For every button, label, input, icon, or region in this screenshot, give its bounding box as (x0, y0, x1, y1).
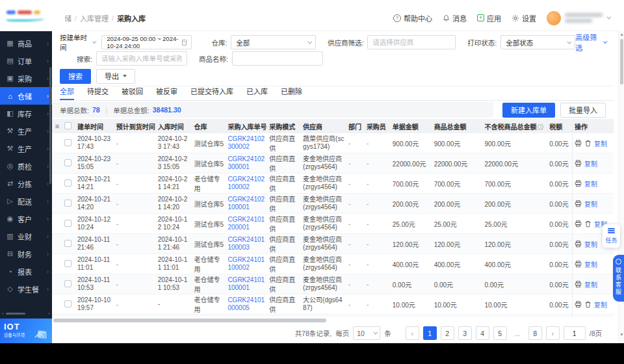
row-checkbox[interactable] (64, 280, 72, 287)
print-icon[interactable] (575, 240, 582, 248)
sidebar-item[interactable]: ⇄ 分拣 › (0, 175, 52, 192)
time-type-select[interactable]: 按建单时间 (60, 32, 95, 52)
sidebar-item[interactable]: ▦ 商品 › (0, 34, 52, 52)
order-no-link[interactable]: CGRK24101100001 (226, 276, 267, 292)
sidebar-hscroll[interactable]: ‹› (0, 310, 52, 317)
next-page-button[interactable]: › (546, 326, 560, 340)
supplier-filter-input[interactable] (367, 35, 456, 49)
print-icon[interactable] (575, 261, 582, 268)
copy-link[interactable]: 复制 (584, 179, 597, 188)
breadcrumb-inbound-mgmt[interactable]: 入库管理 (80, 13, 109, 23)
order-no-link[interactable]: CGRK24101200001 (226, 216, 267, 232)
product-name-input[interactable] (232, 51, 323, 66)
status-tab[interactable]: 待提交 (87, 86, 109, 100)
export-button[interactable]: 导出 (96, 69, 135, 84)
scroll-down-icon[interactable]: ▼ (619, 332, 624, 337)
row-checkbox[interactable] (64, 220, 72, 227)
page-number[interactable]: 1 (423, 326, 437, 340)
sidebar-item[interactable]: ◇ 学生餐 › (0, 280, 52, 298)
user-menu[interactable] (547, 11, 610, 25)
sidebar-item[interactable]: ▣ 采购 › (0, 70, 52, 87)
print-icon[interactable] (575, 281, 582, 288)
print-status-select[interactable]: 全部状态 (500, 35, 575, 49)
sidebar-item[interactable]: ⚒ 生产 › (0, 122, 52, 140)
row-checkbox[interactable] (64, 159, 72, 166)
row-checkbox[interactable] (64, 240, 72, 247)
warehouse-select[interactable]: 全部 (231, 35, 316, 49)
sidebar-item[interactable]: ◎ 质检 › (0, 157, 52, 175)
settings-button[interactable]: 设置 (512, 13, 536, 23)
search-input[interactable] (96, 51, 187, 66)
delete-icon[interactable] (584, 220, 592, 228)
row-checkbox[interactable] (64, 260, 72, 267)
sidebar-item[interactable]: ▷ 配送 › (0, 192, 52, 210)
horizontal-scrollbar[interactable] (52, 318, 614, 323)
order-no-link[interactable]: CGRK24102100002 (226, 176, 267, 192)
date-range-picker[interactable]: 2024-09-25 00:00 ~ 2024-10-24 24:00 (101, 35, 192, 49)
sidebar-item[interactable]: ⊟ 财务 › (0, 245, 52, 263)
page-jump-input[interactable] (564, 326, 586, 340)
page-number[interactable]: 3 (458, 326, 472, 340)
print-icon[interactable] (575, 200, 582, 207)
copy-link[interactable]: 复制 (584, 239, 597, 249)
status-tab[interactable]: 全部 (60, 86, 74, 100)
scroll-up-icon[interactable]: ▲ (619, 32, 624, 36)
sidebar-item[interactable]: ◔ 报表 › (0, 263, 52, 280)
apps-button[interactable]: + 应用 (477, 13, 501, 23)
search-button[interactable]: 搜索 (60, 69, 91, 84)
status-tab[interactable]: 被驳回 (122, 86, 143, 100)
page-number[interactable]: 4 (476, 326, 489, 340)
order-no-link[interactable]: CGRK24102100001 (226, 196, 267, 212)
print-icon[interactable] (575, 301, 582, 308)
order-no-link[interactable]: CGRK24101100002 (226, 256, 267, 272)
page-number[interactable]: 8 (528, 326, 542, 340)
status-tab[interactable]: 已删除 (281, 86, 302, 100)
copy-link[interactable]: 复制 (594, 300, 607, 309)
print-icon[interactable] (575, 180, 582, 187)
status-tab[interactable]: 已提交待入库 (190, 86, 233, 100)
sidebar-item[interactable]: ◧ 库存 › (0, 105, 52, 122)
sidebar-item[interactable]: ▤ 订单 › (0, 52, 52, 70)
copy-link[interactable]: 复制 (584, 259, 597, 269)
batch-import-button[interactable]: 批量导入 (560, 103, 606, 118)
status-tab[interactable]: 已入库 (246, 86, 268, 100)
status-tab[interactable]: 被反审 (156, 86, 177, 100)
page-number[interactable]: 2 (441, 326, 454, 340)
help-center-button[interactable]: ? 帮助中心 (393, 13, 432, 23)
create-inbound-button[interactable]: 新建入库单 (502, 103, 555, 118)
row-checkbox[interactable] (64, 300, 72, 307)
sidebar-item[interactable]: ⚒ 生产 › (0, 140, 52, 157)
sidebar-item[interactable]: ▥ 业财 › (0, 228, 52, 245)
print-icon[interactable] (575, 160, 582, 167)
copy-link[interactable]: 复制 (584, 159, 597, 168)
order-no-link[interactable]: CGRK241010 (226, 317, 267, 318)
copy-link[interactable]: 复制 (584, 199, 597, 209)
sidebar-item[interactable]: ◉ 客户 › (0, 210, 52, 228)
order-no-link[interactable]: CGRK24101000005 (226, 296, 267, 313)
prev-page-button[interactable]: ‹ (406, 326, 419, 340)
task-widget[interactable]: 任务 (603, 224, 620, 248)
advanced-filter-toggle[interactable]: 高级筛选 (575, 32, 606, 53)
page-number[interactable]: 5 (493, 326, 507, 340)
order-no-link[interactable]: CGRK24101100003 (226, 236, 267, 252)
delete-icon[interactable] (584, 301, 592, 308)
print-icon[interactable] (575, 220, 582, 228)
column-settings-icon[interactable]: ≡ (52, 122, 62, 130)
row-checkbox[interactable] (64, 139, 72, 146)
sidebar-scrollbar[interactable] (49, 67, 51, 184)
page-number[interactable]: ... (511, 326, 525, 340)
delete-icon[interactable] (584, 140, 592, 147)
select-all-checkbox[interactable] (64, 122, 72, 129)
contact-service-widget[interactable]: 联系客服 (613, 255, 624, 302)
info-icon[interactable]: i (538, 124, 543, 130)
sidebar-item[interactable]: ⌂ 仓储 › (0, 87, 52, 105)
row-checkbox[interactable] (64, 179, 72, 187)
copy-link[interactable]: 复制 (594, 138, 607, 148)
iot-panel[interactable]: IOT 设备与环境 (0, 318, 52, 343)
order-no-link[interactable]: CGRK24102300001 (226, 155, 267, 172)
messages-button[interactable]: 消息 (443, 13, 467, 23)
per-page-select[interactable]: 10 (353, 326, 380, 340)
copy-link[interactable]: 复制 (584, 280, 597, 289)
print-icon[interactable] (575, 140, 582, 147)
order-no-link[interactable]: CGRK24102300002 (226, 135, 267, 151)
